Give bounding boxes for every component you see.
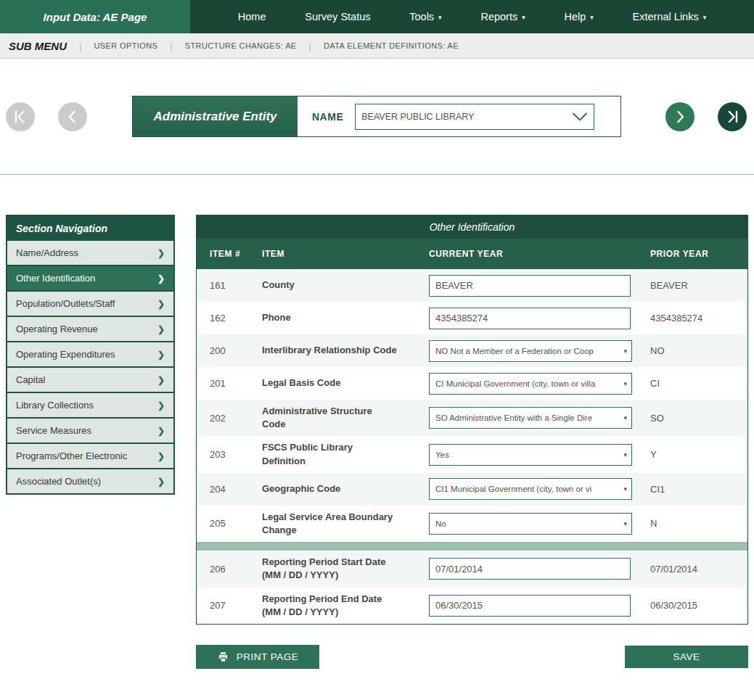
entity-type-label: Administrative Entity (133, 96, 298, 136)
reporting-period-end-date-input[interactable] (429, 595, 631, 617)
item-label: Reporting Period Start Date (MM / DD / Y… (262, 556, 429, 582)
sidebar-item-service-measures[interactable]: Service Measures ❯ (7, 417, 173, 442)
prior-year-value: CI1 (650, 484, 747, 495)
page: Input Data: AE Page Home Survey Status T… (0, 0, 754, 700)
printer-icon (217, 651, 229, 663)
sidebar-item-population-outlets-staff[interactable]: Population/Outlets/Staff ❯ (7, 290, 173, 316)
first-record-button[interactable] (6, 102, 35, 131)
main-menu: Home Survey Status Tools ▾ Reports ▾ Hel… (190, 0, 754, 33)
nav-item-tools[interactable]: Tools ▾ (409, 11, 441, 22)
last-record-icon (724, 109, 740, 125)
boundary-change-select-wrap: No (429, 513, 632, 535)
next-record-icon (672, 109, 688, 125)
sidebar-item-library-collections[interactable]: Library Collections ❯ (7, 392, 173, 417)
chevron-right-icon: ❯ (157, 248, 165, 258)
nav-item-home[interactable]: Home (238, 11, 266, 22)
other-identification-panel: Other Identification ITEM # ITEM CURRENT… (196, 215, 748, 625)
sidebar-item-label: Service Measures (16, 425, 91, 436)
sidebar-item-label: Population/Outlets/Staff (16, 298, 115, 309)
sidebar-item-label: Operating Revenue (16, 324, 98, 334)
chevron-right-icon: ❯ (157, 273, 165, 284)
entity-name-select[interactable]: BEAVER PUBLIC LIBRARY (356, 104, 594, 129)
item-number: 202 (210, 413, 262, 424)
nav-item-external-links[interactable]: External Links ▾ (633, 11, 707, 22)
legal-basis-select-wrap: CI Municipal Government (city, town or v… (429, 373, 632, 395)
phone-input[interactable] (429, 308, 631, 329)
name-label: NAME (312, 111, 343, 123)
table-row: 206 Reporting Period Start Date (MM / DD… (197, 551, 747, 587)
save-button[interactable]: SAVE (625, 646, 748, 668)
item-label: Legal Service Area Boundary Change (262, 511, 429, 537)
sidebar-item-label: Other Identification (16, 273, 95, 284)
reporting-period-start-date-input[interactable] (429, 558, 631, 580)
previous-record-button[interactable] (58, 102, 87, 131)
administrative-structure-select[interactable]: SO Administrative Entity with a Single D… (430, 408, 631, 428)
sidebar-item-label: Library Collections (16, 400, 94, 411)
geographic-code-select-wrap: CI1 Municipal Government (city, town or … (429, 478, 632, 500)
interlibrary-relationship-select[interactable]: NO Not a Member of a Federation or Coop (430, 341, 631, 361)
submenu-title: SUB MENU (9, 40, 67, 52)
column-header-item-number: ITEM # (210, 249, 262, 259)
sidebar-item-capital[interactable]: Capital ❯ (7, 366, 173, 392)
panel-title: Other Identification (197, 215, 747, 239)
sidebar-item-operating-revenue[interactable]: Operating Revenue ❯ (7, 316, 173, 341)
chevron-right-icon: ❯ (157, 299, 165, 309)
nav-item-reports[interactable]: Reports ▾ (480, 11, 525, 22)
county-input[interactable] (429, 275, 631, 297)
submenu-separator: | (170, 41, 172, 52)
column-header-item: ITEM (262, 249, 429, 259)
boundary-change-select[interactable]: No (430, 514, 631, 534)
interlibrary-relationship-select-wrap: NO Not a Member of a Federation or Coop (429, 340, 632, 362)
item-number: 200 (210, 345, 262, 356)
table-row: 203 FSCS Public Library Definition Yes Y (197, 436, 747, 472)
nav-item-survey-status[interactable]: Survey Status (305, 11, 370, 22)
item-number: 201 (210, 378, 262, 389)
chevron-down-icon: ▾ (703, 15, 707, 21)
prior-year-value: N (650, 518, 747, 529)
sub-menu: SUB MENU | USER OPTIONS | STRUCTURE CHAN… (0, 33, 754, 59)
item-label: FSCS Public Library Definition (262, 441, 429, 467)
item-number: 204 (210, 484, 262, 495)
last-record-button[interactable] (718, 102, 747, 131)
nav-item-help[interactable]: Help ▾ (564, 11, 593, 22)
table-row: 200 Interlibrary Relationship Code NO No… (197, 334, 747, 367)
print-page-button[interactable]: PRINT PAGE (196, 645, 319, 669)
geographic-code-select[interactable]: CI1 Municipal Government (city, town or … (430, 479, 631, 499)
sidebar-item-other-identification[interactable]: Other Identification ❯ (7, 265, 173, 290)
prior-year-value: 06/30/2015 (650, 600, 747, 611)
submenu-item-user-options[interactable]: USER OPTIONS (94, 41, 157, 50)
fscs-definition-select[interactable]: Yes (430, 445, 631, 465)
table-row: 204 Geographic Code CI1 Municipal Govern… (197, 473, 747, 506)
item-number: 161 (210, 280, 262, 291)
prior-year-value: SO (650, 413, 747, 424)
action-buttons-row: PRINT PAGE SAVE (196, 645, 748, 680)
item-label: Legal Basis Code (262, 376, 429, 390)
sidebar-item-associated-outlets[interactable]: Associated Outlet(s) ❯ (7, 468, 173, 493)
prior-year-value: BEAVER (650, 280, 747, 291)
main-column: Other Identification ITEM # ITEM CURRENT… (196, 215, 748, 680)
item-label: County (262, 279, 429, 292)
table-row: 161 County BEAVER (197, 269, 747, 302)
legal-basis-select[interactable]: CI Municipal Government (city, town or v… (430, 374, 631, 394)
sidebar-item-label: Name/Address (16, 247, 78, 258)
nav-item-home-label: Home (238, 11, 266, 22)
current-page-label-text: Input Data: AE Page (44, 11, 147, 23)
sidebar-item-programs-other-electronic[interactable]: Programs/Other Electronic ❯ (7, 442, 173, 468)
submenu-item-data-element-definitions[interactable]: DATA ELEMENT DEFINITIONS: AE (324, 41, 459, 50)
next-record-button[interactable] (665, 102, 694, 131)
item-number: 205 (210, 518, 262, 529)
sidebar-item-name-address[interactable]: Name/Address ❯ (7, 241, 173, 265)
submenu-separator: | (79, 41, 81, 52)
item-number: 162 (210, 313, 262, 324)
column-header-prior-year: PRIOR YEAR (650, 249, 747, 259)
entity-name-select-wrap: BEAVER PUBLIC LIBRARY (355, 104, 594, 130)
table-row: 205 Legal Service Area Boundary Change N… (197, 506, 747, 542)
nav-item-help-label: Help (564, 11, 586, 22)
sidebar-item-operating-expenditures[interactable]: Operating Expenditures ❯ (7, 341, 173, 366)
submenu-item-structure-changes[interactable]: STRUCTURE CHANGES: AE (185, 41, 297, 50)
chevron-right-icon: ❯ (157, 375, 165, 385)
chevron-down-icon: ▾ (590, 15, 594, 21)
first-record-icon (12, 109, 28, 125)
chevron-right-icon: ❯ (157, 477, 165, 487)
content-area: Section Navigation Name/Address ❯ Other … (0, 175, 754, 680)
